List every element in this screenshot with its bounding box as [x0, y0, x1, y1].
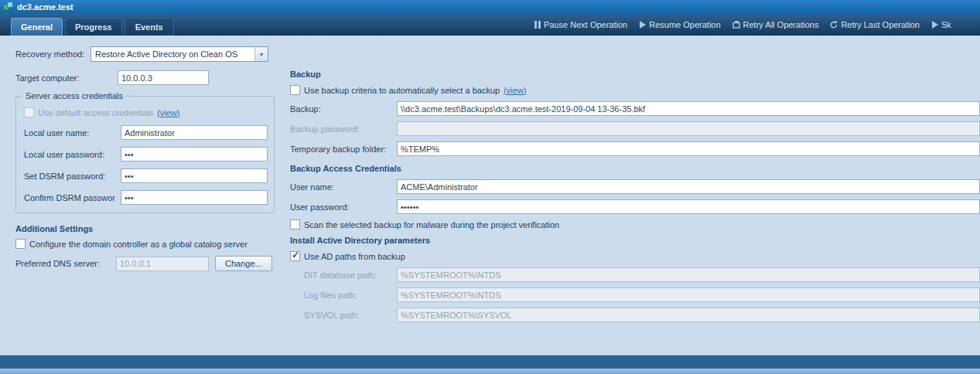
operations-toolbar: Pause Next Operation Resume Operation Re… [534, 13, 951, 36]
change-dns-button[interactable]: Change... [215, 256, 272, 271]
local-user-password-input[interactable] [121, 147, 268, 162]
scan-malware-label: Scan the selected backup for malware dur… [304, 220, 559, 230]
install-ad-parameters-heading: Install Active Directory parameters [290, 236, 980, 245]
chevron-down-icon: ▼ [254, 47, 268, 61]
user-password-input[interactable] [397, 199, 980, 214]
retry-last-operation-label: Retry Last Operation [841, 20, 920, 29]
additional-settings-heading: Additional Settings [15, 224, 275, 233]
user-name-label: User name: [290, 182, 397, 192]
backup-password-label: Backup password: [290, 124, 397, 134]
backup-password-input [397, 121, 980, 136]
backup-label: Backup: [290, 104, 397, 114]
local-user-name-label: Local user name: [24, 128, 121, 138]
application-window: dc3.acme.test General Progress Events Pa… [0, 0, 980, 374]
target-computer-label: Target computer: [15, 73, 118, 83]
backup-heading: Backup [290, 70, 980, 79]
tab-list: General Progress Events [11, 18, 174, 36]
user-name-input[interactable] [397, 179, 980, 194]
use-default-credentials-view-link[interactable]: (view) [157, 108, 179, 117]
server-access-credentials-group: Server access credentials Use default ac… [15, 96, 275, 213]
confirm-dsrm-password-input[interactable] [121, 190, 268, 205]
local-user-name-input[interactable] [121, 125, 268, 140]
status-bar [0, 355, 980, 369]
title-bar: dc3.acme.test [0, 0, 980, 13]
confirm-dsrm-password-label: Confirm DSRM passwor [24, 193, 121, 202]
resume-operation-label: Resume Operation [649, 20, 720, 29]
temporary-backup-folder-input[interactable] [397, 141, 980, 156]
temporary-backup-folder-label: Temporary backup folder: [290, 144, 397, 154]
right-panel: Backup Use backup criteria to automatica… [275, 36, 980, 355]
dit-database-path-label: DIT database path: [290, 270, 397, 280]
use-ad-paths-checkbox[interactable] [290, 251, 300, 261]
retry-all-operations-button[interactable]: Retry All Operations [732, 20, 819, 29]
scan-malware-checkbox[interactable] [290, 219, 300, 230]
user-password-label: User password: [290, 202, 397, 212]
recovery-method-label: Recovery method: [15, 49, 90, 59]
use-default-credentials-checkbox [24, 107, 34, 117]
recovery-method-value: Restore Active Directory on Clean OS [95, 49, 237, 59]
use-ad-paths-label: Use AD paths from backup [304, 252, 405, 261]
sysvol-path-label: SYSVOL path: [290, 311, 397, 320]
skip-operation-label: Sk [941, 20, 951, 29]
retry-all-operations-label: Retry All Operations [743, 20, 819, 29]
global-catalog-label: Configure the domain controller as a glo… [29, 240, 248, 249]
retry-all-icon [732, 21, 740, 29]
preferred-dns-input [116, 257, 209, 271]
tab-progress[interactable]: Progress [65, 18, 122, 36]
log-files-path-input [397, 287, 980, 302]
set-dsrm-password-input[interactable] [121, 168, 268, 183]
bottom-strip [0, 369, 980, 374]
pause-next-operation-label: Pause Next Operation [544, 20, 627, 29]
tab-general[interactable]: General [11, 18, 63, 36]
set-dsrm-password-label: Set DSRM password: [24, 172, 121, 181]
preferred-dns-label: Preferred DNS server: [15, 259, 116, 268]
target-computer-input[interactable] [118, 70, 209, 85]
tab-strip: General Progress Events Pause Next Opera… [0, 13, 980, 36]
backup-access-credentials-heading: Backup Access Credentials [290, 164, 980, 173]
play-icon [639, 21, 646, 29]
general-tab-content: Recovery method: Restore Active Director… [0, 36, 980, 355]
retry-last-operation-button[interactable]: Retry Last Operation [830, 20, 920, 29]
tab-events[interactable]: Events [125, 18, 174, 36]
window-title: dc3.acme.test [17, 2, 73, 12]
use-default-credentials-label: Use default access credentials [38, 108, 153, 117]
pause-next-operation-button[interactable]: Pause Next Operation [534, 20, 627, 29]
backup-criteria-label: Use backup criteria to automatically sel… [304, 86, 500, 95]
recovery-method-select[interactable]: Restore Active Directory on Clean OS ▼ [90, 46, 268, 62]
skip-icon [931, 21, 938, 29]
pause-icon [534, 21, 541, 29]
resume-operation-button[interactable]: Resume Operation [639, 20, 720, 29]
skip-operation-button[interactable]: Sk [931, 20, 951, 29]
log-files-path-label: Log files path: [290, 291, 397, 300]
left-panel: Recovery method: Restore Active Director… [0, 36, 275, 355]
server-access-credentials-title: Server access credentials [22, 91, 126, 100]
backup-criteria-view-link[interactable]: (view) [504, 86, 526, 95]
sysvol-path-input [397, 308, 980, 322]
global-catalog-checkbox[interactable] [15, 239, 26, 249]
retry-last-icon [830, 21, 838, 29]
app-icon [3, 1, 13, 12]
dit-database-path-input [397, 267, 980, 282]
backup-path-input[interactable] [397, 101, 980, 116]
local-user-password-label: Local user password: [24, 150, 121, 159]
backup-criteria-checkbox[interactable] [290, 85, 300, 95]
